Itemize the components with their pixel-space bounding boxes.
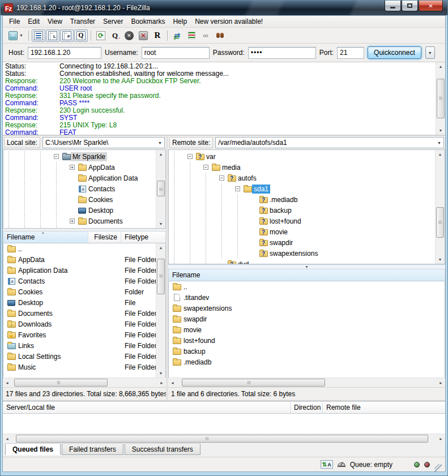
remote-site-combobox[interactable]: /var/media/autofs/sda1 ▼ [215, 137, 444, 148]
scroll-thumb[interactable] [14, 379, 108, 387]
local-file-row-contacts[interactable]: aContactsFile Folder [3, 276, 156, 286]
speed-limits-icon[interactable] [338, 462, 345, 467]
remote-splitter-collapse[interactable]: ▼ [168, 264, 445, 269]
port-input[interactable] [337, 47, 364, 59]
remote-tree-item-dvd[interactable]: ?dvd [169, 259, 435, 264]
scroll-left-icon[interactable]: ◄ [3, 434, 11, 443]
local-tree-item-appdata[interactable]: +AppData [3, 162, 156, 173]
scroll-up-icon[interactable]: ▲ [436, 62, 445, 71]
menu-file[interactable]: File [5, 16, 24, 27]
username-input[interactable] [142, 47, 210, 59]
local-tree-item-contacts[interactable]: aContacts [3, 183, 156, 194]
tab-successful-transfers[interactable]: Successful transfers [125, 443, 200, 455]
toggle-message-log-button[interactable] [32, 29, 45, 42]
column-header-filetype[interactable]: Filetype [121, 231, 165, 243]
cancel-button[interactable]: ✕ [122, 29, 136, 42]
toggle-queue-button[interactable]: Q [74, 29, 88, 42]
local-file-row-documents[interactable]: DocumentsFile Folder [3, 308, 156, 319]
remote-tree-item-media[interactable]: −media [169, 162, 435, 173]
scroll-down-icon[interactable]: ▼ [156, 369, 165, 378]
local-tree-item-application-data[interactable]: Application Data [3, 173, 156, 183]
local-file-row-links[interactable]: LinksFile Folder [3, 340, 156, 351]
quickconnect-button[interactable]: Quickconnect [368, 46, 421, 59]
local-list-hscroll[interactable]: ◄ ► [3, 378, 166, 387]
remote-tree-item-swapdir[interactable]: ?swapdir [169, 237, 435, 248]
compare-button[interactable]: ⇄ [170, 29, 184, 42]
scroll-down-icon[interactable]: ▼ [436, 126, 445, 135]
plus-expander-icon[interactable]: + [70, 218, 75, 224]
scroll-thumb[interactable] [182, 379, 325, 387]
column-header-filename[interactable]: ▲ Filename [3, 231, 88, 243]
local-tree-item-cookies[interactable]: Cookies [3, 194, 156, 205]
remote-file-row-[interactable]: .. [169, 281, 445, 292]
remote-tree-item-mediadb[interactable]: ?.mediadb [169, 194, 435, 205]
menu-edit[interactable]: Edit [24, 16, 44, 27]
local-list-vscroll[interactable]: ▲ ▼ [156, 243, 165, 378]
chevron-down-icon[interactable]: ▼ [19, 33, 23, 37]
menu-server[interactable]: Server [99, 16, 127, 27]
sync-browsing-button[interactable] [185, 29, 198, 42]
chevron-down-icon[interactable]: ▼ [435, 141, 443, 145]
scroll-right-icon[interactable]: ► [437, 378, 445, 387]
tab-queued-files[interactable]: Queued files [5, 443, 61, 455]
minus-expander-icon[interactable]: − [203, 165, 208, 170]
remote-tree-item-swapextensions[interactable]: ?swapextensions [169, 248, 435, 259]
local-file-row-favorites[interactable]: ★FavoritesFile Folder [3, 329, 156, 340]
local-tree-item-documents[interactable]: +Documents [3, 216, 156, 226]
scroll-thumb[interactable] [157, 259, 165, 294]
minus-expander-icon[interactable]: − [54, 154, 59, 159]
toggle-local-tree-button[interactable]: L [46, 29, 59, 42]
close-button[interactable]: ✕ [419, 1, 443, 11]
transfer-type-icon[interactable]: A [321, 460, 333, 469]
scroll-thumb[interactable] [437, 79, 445, 119]
remote-file-row-lost-found[interactable]: lost+found [169, 335, 445, 346]
local-file-row-local-settings[interactable]: Local SettingsFile Folder [3, 351, 156, 362]
scroll-up-icon[interactable]: ▲ [436, 150, 445, 158]
remote-file-row-swapdir[interactable]: swapdir [169, 314, 445, 324]
disconnect-button[interactable] [136, 29, 150, 42]
column-header-server-local-file[interactable]: Server/Local file [3, 402, 291, 413]
scroll-thumb[interactable] [157, 181, 165, 196]
remote-file-row-swapextensions[interactable]: swapextensions [169, 303, 445, 314]
local-file-row-appdata[interactable]: AppDataFile Folder [3, 254, 156, 265]
remote-file-row-movie[interactable]: movie [169, 324, 445, 335]
link-button[interactable]: ∞ [199, 29, 212, 42]
scroll-down-icon[interactable]: ▼ [156, 220, 165, 228]
remote-tree-item-var[interactable]: −?var [169, 151, 435, 162]
menu-view[interactable]: View [44, 16, 66, 27]
scroll-thumb[interactable] [16, 435, 428, 443]
column-header-remote-file[interactable]: Remote file [323, 402, 445, 413]
menu-new-version-available[interactable]: New version available! [191, 16, 267, 27]
chevron-down-icon[interactable]: ▼ [156, 141, 164, 145]
password-input[interactable] [248, 47, 316, 59]
process-queue-button[interactable]: Q [108, 29, 122, 42]
local-tree-item-desktop[interactable]: Desktop [3, 205, 156, 216]
remote-tree-vscroll[interactable]: ▲ ▼ [435, 150, 445, 264]
local-tree-item-downloads[interactable]: +↓Downloads [3, 226, 156, 228]
column-header-direction[interactable]: Direction [291, 402, 323, 413]
remote-tree-item-lost-found[interactable]: ?lost+found [169, 216, 435, 226]
scroll-left-icon[interactable]: ◄ [168, 378, 177, 387]
local-site-combobox[interactable]: C:\Users\Mr Sparkle\ ▼ [42, 137, 165, 148]
title-bar[interactable]: Fz 192.168.1.20 - root@192.168.1.20 - Fi… [1, 1, 447, 15]
tab-failed-transfers[interactable]: Failed transfers [62, 443, 123, 455]
remote-tree-item-autofs[interactable]: −?autofs [169, 173, 435, 183]
local-tree-item-mr-sparkle[interactable]: −Mr Sparkle [3, 151, 156, 162]
remote-file-row-titandev[interactable]: .titandev [169, 292, 445, 303]
scroll-up-icon[interactable]: ▲ [156, 243, 165, 252]
scroll-left-icon[interactable]: ◄ [3, 378, 11, 387]
scroll-down-icon[interactable]: ▼ [436, 255, 445, 264]
remote-file-row-mediadb[interactable]: .mediadb [169, 357, 445, 367]
refresh-button[interactable]: ⟳ [94, 29, 108, 42]
plus-expander-icon[interactable]: + [70, 165, 75, 170]
column-header-filesize[interactable]: Filesize [88, 231, 121, 243]
scroll-right-icon[interactable]: ► [437, 434, 445, 443]
find-button[interactable] [213, 29, 227, 42]
remote-file-row-backup[interactable]: backup [169, 346, 445, 357]
scroll-up-icon[interactable]: ▲ [156, 150, 165, 158]
local-file-row-desktop[interactable]: DesktopFile [3, 297, 156, 308]
minus-expander-icon[interactable]: − [187, 154, 193, 159]
resize-grip-icon[interactable] [434, 464, 442, 471]
local-file-row-application-data[interactable]: Application DataFile Folder [3, 265, 156, 276]
local-file-row-[interactable]: .. [3, 243, 156, 254]
